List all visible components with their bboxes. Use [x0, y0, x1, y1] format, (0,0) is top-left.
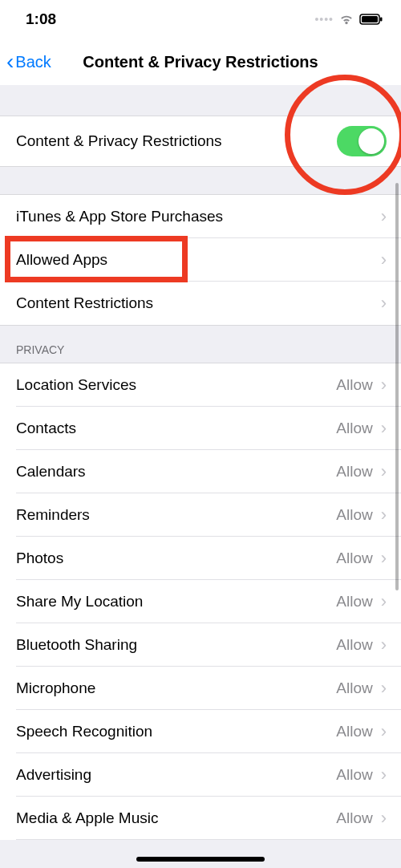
row-label: iTunes & App Store Purchases [16, 208, 381, 225]
row-value: Allow [336, 809, 372, 827]
row-label: Calendars [16, 463, 336, 481]
toggle-label: Content & Privacy Restrictions [16, 132, 337, 150]
row-value: Allow [336, 463, 372, 481]
share-my-location-row[interactable]: Share My Location Allow › [0, 580, 401, 623]
advertising-row[interactable]: Advertising Allow › [0, 753, 401, 797]
chevron-right-icon: › [381, 376, 387, 394]
row-label: Allowed Apps [16, 251, 381, 269]
battery-icon [359, 14, 383, 25]
chevron-right-icon: › [381, 550, 387, 567]
media-apple-music-row[interactable]: Media & Apple Music Allow › [0, 797, 401, 840]
chevron-right-icon: › [381, 251, 387, 269]
chevron-right-icon: › [381, 463, 387, 481]
speech-recognition-row[interactable]: Speech Recognition Allow › [0, 710, 401, 753]
row-label: Microphone [16, 679, 336, 697]
row-label: Photos [16, 550, 336, 567]
chevron-right-icon: › [381, 294, 387, 312]
row-label: Speech Recognition [16, 723, 336, 740]
privacy-section-header: Privacy [0, 326, 401, 363]
back-button[interactable]: ‹ Back [6, 51, 51, 73]
home-indicator[interactable] [136, 857, 265, 862]
content-privacy-toggle-row[interactable]: Content & Privacy Restrictions [0, 116, 401, 166]
row-value: Allow [336, 376, 372, 394]
chevron-right-icon: › [381, 420, 387, 437]
row-label: Contacts [16, 420, 336, 437]
row-label: Media & Apple Music [16, 809, 336, 827]
status-time: 1:08 [26, 10, 56, 28]
chevron-right-icon: › [381, 593, 387, 610]
row-label: Location Services [16, 376, 336, 394]
calendars-row[interactable]: Calendars Allow › [0, 450, 401, 493]
cellular-dots-icon: •••• [314, 13, 334, 26]
row-value: Allow [336, 766, 372, 784]
contacts-row[interactable]: Contacts Allow › [0, 407, 401, 450]
chevron-right-icon: › [381, 679, 387, 697]
nav-bar: ‹ Back Content & Privacy Restrictions [0, 39, 401, 85]
svg-rect-2 [380, 18, 383, 22]
page-title: Content & Privacy Restrictions [0, 53, 401, 71]
status-bar: 1:08 •••• [0, 0, 401, 39]
toggle-knob [358, 128, 384, 154]
status-right: •••• [314, 13, 383, 26]
row-label: Content Restrictions [16, 294, 381, 312]
row-value: Allow [336, 679, 372, 697]
chevron-right-icon: › [381, 636, 387, 654]
row-value: Allow [336, 506, 372, 524]
row-label: Bluetooth Sharing [16, 636, 336, 654]
chevron-right-icon: › [381, 208, 387, 225]
chevron-left-icon: ‹ [6, 51, 14, 73]
row-value: Allow [336, 593, 372, 610]
privacy-group: Location Services Allow › Contacts Allow… [0, 363, 401, 840]
itunes-app-store-row[interactable]: iTunes & App Store Purchases › [0, 195, 401, 238]
scrollbar[interactable] [395, 183, 399, 590]
toggle-switch[interactable] [337, 126, 387, 156]
toggle-group: Content & Privacy Restrictions [0, 116, 401, 167]
content-restrictions-row[interactable]: Content Restrictions › [0, 282, 401, 325]
chevron-right-icon: › [381, 506, 387, 524]
row-value: Allow [336, 636, 372, 654]
microphone-row[interactable]: Microphone Allow › [0, 667, 401, 710]
row-value: Allow [336, 723, 372, 740]
row-value: Allow [336, 550, 372, 567]
row-value: Allow [336, 420, 372, 437]
location-services-row[interactable]: Location Services Allow › [0, 363, 401, 407]
back-label: Back [15, 53, 51, 71]
row-label: Advertising [16, 766, 336, 784]
allowed-apps-row[interactable]: Allowed Apps › [0, 238, 401, 282]
svg-rect-1 [362, 16, 378, 22]
chevron-right-icon: › [381, 809, 387, 827]
reminders-row[interactable]: Reminders Allow › [0, 493, 401, 537]
chevron-right-icon: › [381, 723, 387, 740]
wifi-icon [338, 14, 354, 25]
photos-row[interactable]: Photos Allow › [0, 537, 401, 580]
row-label: Share My Location [16, 593, 336, 610]
bluetooth-sharing-row[interactable]: Bluetooth Sharing Allow › [0, 623, 401, 667]
row-label: Reminders [16, 506, 336, 524]
chevron-right-icon: › [381, 766, 387, 784]
settings-group: iTunes & App Store Purchases › Allowed A… [0, 194, 401, 326]
